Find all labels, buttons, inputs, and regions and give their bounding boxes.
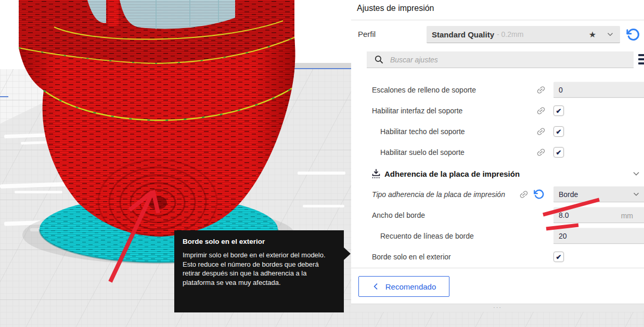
adhesion-type-value: Borde <box>559 190 632 199</box>
panel-body: Ajustes de impresión Perfil Standard Qua… <box>351 0 644 304</box>
setting-input[interactable] <box>553 82 644 98</box>
setting-tooltip: Borde solo en el exterior Imprimir solo … <box>174 230 344 312</box>
chevron-down-icon[interactable] <box>631 168 641 179</box>
setting-label: Habilitar interfaz del soporte <box>372 107 462 115</box>
setting-label: Escalones de relleno de soporte <box>372 86 476 94</box>
setting-row: Habilitar interfaz del soporte ✔ <box>351 100 644 121</box>
section-title: Adherencia de la placa de impresión <box>384 169 520 178</box>
setting-label: Habilitar suelo del soporte <box>380 148 465 156</box>
setting-label: Borde solo en el exterior <box>372 253 451 261</box>
section-adhesion[interactable]: Adherencia de la placa de impresión <box>351 163 644 184</box>
setting-checkbox[interactable]: ✔ <box>553 147 564 158</box>
chevron-down-icon <box>606 30 615 39</box>
setting-input[interactable] <box>553 228 644 244</box>
setting-label: Habilitar techo del soporte <box>380 127 465 136</box>
setting-checkbox[interactable]: ✔ <box>553 126 564 137</box>
link-icon <box>536 106 546 116</box>
setting-label: Ancho del borde <box>372 211 425 219</box>
setting-row: Borde solo en el exterior ✔ <box>351 246 644 267</box>
profile-suffix: - 0.2mm <box>497 30 589 38</box>
search-box[interactable] <box>367 51 634 68</box>
search-input[interactable] <box>390 56 628 64</box>
setting-row: Ancho del borde mm <box>351 205 644 226</box>
divider <box>351 20 644 20</box>
unit-label: mm <box>621 211 633 219</box>
setting-row: Habilitar suelo del soporte ✔ <box>351 142 644 163</box>
setting-label: Recuento de líneas de borde <box>380 232 474 240</box>
setting-checkbox[interactable]: ✔ <box>553 252 564 262</box>
reset-profile-icon[interactable] <box>626 28 640 42</box>
panel-title: Ajustes de impresión <box>357 4 434 13</box>
recommended-mode-button[interactable]: Recomendado <box>358 276 449 297</box>
link-icon <box>519 189 529 200</box>
print-settings-panel: Ajustes de impresión Perfil Standard Qua… <box>351 0 644 312</box>
recommended-label: Recomendado <box>385 282 436 291</box>
link-icon <box>536 147 546 158</box>
profile-dropdown[interactable]: Standard Quality - 0.2mm ★ <box>427 26 620 43</box>
profile-value: Standard Quality <box>432 30 494 39</box>
setting-row: Escalones de relleno de soporte <box>351 80 644 100</box>
setting-checkbox[interactable]: ✔ <box>553 106 564 116</box>
chevron-down-icon <box>632 190 641 199</box>
tooltip-pointer <box>344 247 351 260</box>
settings-menu-icon[interactable] <box>638 54 644 67</box>
panel-drag-handle[interactable]: ··· <box>351 304 644 312</box>
profile-label: Perfil <box>358 30 376 38</box>
tooltip-body: Imprimir solo el borde en el exterior de… <box>183 251 336 287</box>
divider <box>351 268 644 268</box>
setting-row: Recuento de líneas de borde <box>351 226 644 246</box>
setting-label: Tipo adherencia de la placa de impresión <box>372 190 505 199</box>
adhesion-type-dropdown[interactable]: Borde <box>553 187 644 203</box>
star-icon[interactable]: ★ <box>589 30 596 40</box>
cura-window: Borde solo en el exterior Imprimir solo … <box>0 0 644 327</box>
chevron-left-icon <box>372 282 380 291</box>
setting-row: Tipo adherencia de la placa de impresión… <box>351 184 644 205</box>
setting-row: Habilitar techo del soporte ✔ <box>351 121 644 142</box>
link-icon <box>536 126 546 137</box>
tooltip-title: Borde solo en el exterior <box>183 238 336 245</box>
search-icon <box>374 55 384 64</box>
link-icon <box>536 85 546 95</box>
adhesion-icon <box>370 168 382 179</box>
reset-setting-icon[interactable] <box>533 189 545 200</box>
